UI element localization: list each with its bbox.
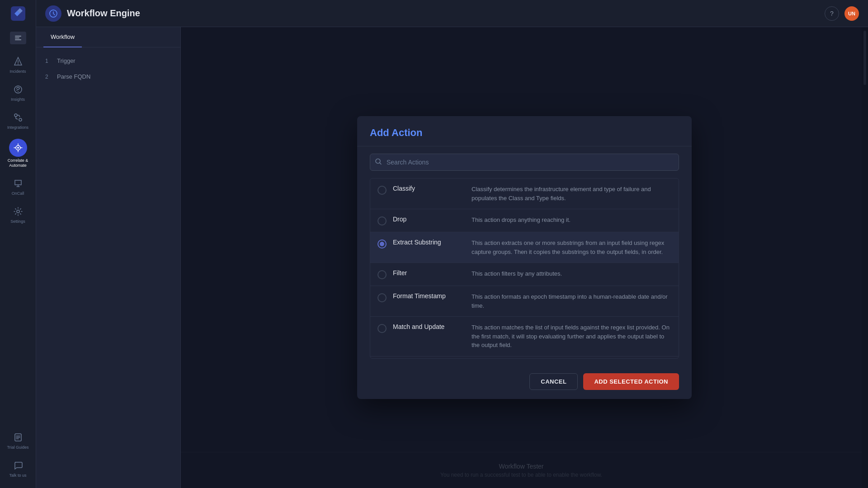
action-name-drop: Drop [393,216,465,223]
modal-body: ClassifyClassify determines the infrastr… [357,146,692,366]
sidebar-item-correlate-label: Correlate & Automate [4,158,32,168]
action-desc-match-and-update: This action matches the list of input fi… [472,323,671,350]
search-actions-input[interactable] [370,154,679,171]
add-action-modal: Add Action ClassifyClassify determin [357,116,692,399]
modal-header: Add Action [357,116,692,146]
svg-point-5 [14,114,17,117]
sidebar-item-settings[interactable]: Settings [2,202,34,228]
action-item-format-timestamp[interactable]: Format TimestampThis action formats an e… [370,286,679,317]
sidebar-item-correlate[interactable]: Correlate & Automate [2,135,34,172]
workflow-step-parse-fqdn[interactable]: 2 Parse FQDN [36,69,180,84]
tab-second[interactable] [82,27,96,47]
sidebar-item-trial-label: Trial Guides [7,445,28,450]
modal-title: Add Action [370,127,679,139]
actions-list: ClassifyClassify determines the infrastr… [370,178,679,359]
sidebar-item-trial[interactable]: Trial Guides [2,427,34,454]
user-avatar[interactable]: UN [844,6,859,21]
incidents-icon [12,55,24,68]
insights-icon [12,83,24,96]
action-item-filter[interactable]: FilterThis action filters by any attribu… [370,263,679,286]
sidebar-item-integrations[interactable]: Integrations [2,108,34,134]
page-title: Workflow Engine [67,8,140,19]
search-icon [375,159,382,166]
settings-icon [12,205,24,218]
action-desc-classify: Classify determines the infrastructure e… [472,185,671,202]
action-name-classify: Classify [393,185,465,192]
action-name-filter: Filter [393,269,465,277]
radio-drop[interactable] [377,216,387,225]
svg-point-8 [17,147,19,149]
action-name-extract-substring: Extract Substring [393,239,465,246]
workflow-panel: Workflow 1 Trigger 2 Parse FQDN [36,27,181,488]
sidebar-item-integrations-label: Integrations [7,125,28,130]
svg-rect-2 [15,38,19,38]
svg-point-6 [19,118,22,121]
top-header: Workflow Engine ? UN [36,0,868,27]
step-number-2: 2 [45,74,52,80]
oncall-icon [12,177,24,190]
radio-classify[interactable] [377,186,387,195]
cancel-button[interactable]: CANCEL [529,373,578,390]
action-name-match-and-update: Match and Update [393,323,465,330]
svg-rect-3 [15,39,21,40]
sidebar-item-incidents[interactable]: Incidents [2,52,34,78]
help-button[interactable]: ? [825,6,839,21]
radio-match-and-update[interactable] [377,324,387,333]
integrations-icon [12,111,24,124]
sidebar: Incidents Insights Integrations [0,0,36,488]
sidebar-item-settings-label: Settings [10,219,25,224]
sidebar-item-oncall[interactable]: OnCall [2,174,34,200]
sidebar-item-incidents-label: Incidents [9,69,26,74]
sidebar-item-insights-label: Insights [11,97,25,102]
radio-filter[interactable] [377,270,387,279]
search-box [370,154,679,171]
action-desc-extract-substring: This action extracts one or more substri… [472,239,671,256]
app-logo[interactable] [9,5,27,23]
workflow-tabs: Workflow [36,27,180,47]
action-item-parse-fqdn[interactable]: Parse FQDNThis action parses an FQDN val… [370,357,679,359]
action-desc-drop: This action drops anything reaching it. [472,216,571,225]
sidebar-item-talk[interactable]: Talk to us [2,455,34,482]
svg-rect-1 [15,36,21,37]
action-name-format-timestamp: Format Timestamp [393,292,465,300]
action-item-extract-substring[interactable]: Extract SubstringThis action extracts on… [370,232,679,263]
sidebar-item-talk-label: Talk to us [9,473,26,478]
workflow-engine-icon [45,5,61,22]
content-area: Workflow 1 Trigger 2 Parse FQDN [36,27,868,488]
step-label-parse-fqdn: Parse FQDN [57,73,90,80]
workflow-step-trigger[interactable]: 1 Trigger [36,53,180,69]
main-area: Workflow Engine ? UN Workflow 1 Trigger … [36,0,868,488]
action-desc-format-timestamp: This action formats an epoch timestamp i… [472,292,671,310]
sidebar-item-insights[interactable]: Insights [2,80,34,106]
diagram-area: Add Action ClassifyClassify determin [181,27,868,488]
workflow-steps-list: 1 Trigger 2 Parse FQDN [36,47,180,90]
correlate-icon [9,139,27,157]
header-actions: ? UN [825,6,859,21]
radio-format-timestamp[interactable] [377,293,387,302]
sidebar-item-oncall-label: OnCall [12,191,24,196]
action-item-drop[interactable]: DropThis action drops anything reaching … [370,209,679,232]
svg-point-9 [17,210,19,213]
modal-footer: CANCEL ADD SELECTED ACTION [357,366,692,399]
tab-workflow[interactable]: Workflow [43,27,82,47]
trial-icon [12,431,24,444]
action-desc-filter: This action filters by any attributes. [472,269,562,278]
radio-extract-substring[interactable] [377,239,387,249]
talk-icon [12,459,24,472]
action-item-classify[interactable]: ClassifyClassify determines the infrastr… [370,178,679,209]
action-item-match-and-update[interactable]: Match and UpdateThis action matches the … [370,317,679,357]
sidebar-collapse-button[interactable] [10,32,26,44]
step-number-1: 1 [45,58,52,64]
step-label-trigger: Trigger [57,57,75,64]
add-selected-action-button[interactable]: ADD SELECTED ACTION [583,373,679,390]
